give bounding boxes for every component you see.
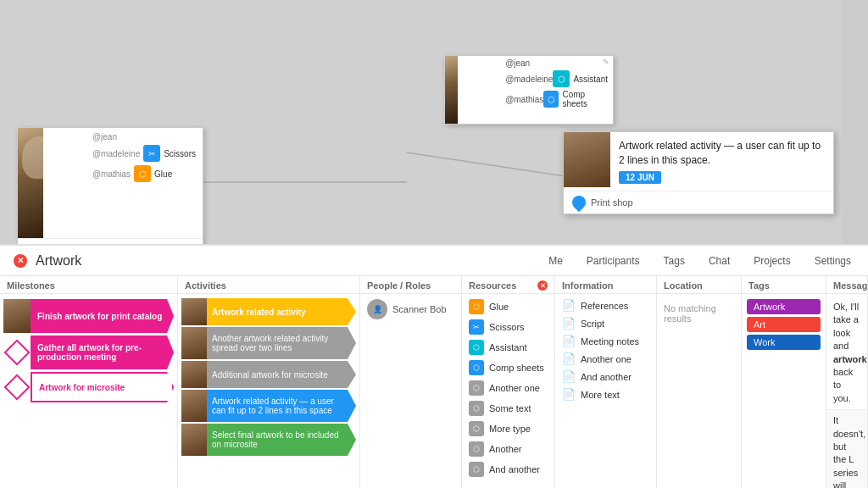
left-node-card[interactable]: @jean @madeleine ✂ Scissors @mathias ⬡ G… bbox=[17, 127, 203, 244]
tags-label: Tags bbox=[748, 280, 770, 291]
info-another-one[interactable]: 📄 Another one bbox=[555, 350, 656, 368]
tooltip-location: Print shop bbox=[591, 197, 633, 208]
expanded-tooltip[interactable]: Artwork related activity — a user can fi… bbox=[563, 131, 834, 214]
act1-body: Artwork related activity bbox=[207, 298, 356, 325]
milestones-content: Finish artwork for print catalog Gather … bbox=[0, 294, 177, 488]
nav-chat[interactable]: Chat bbox=[705, 255, 733, 267]
ms3-diamond bbox=[3, 372, 31, 402]
another-one-label: Another one bbox=[489, 383, 540, 393]
script-label: Script bbox=[581, 319, 604, 329]
nav-tags[interactable]: Tags bbox=[660, 255, 688, 267]
resources-close-button[interactable]: ✕ bbox=[537, 280, 548, 291]
location-column: Location No matching results bbox=[657, 276, 742, 488]
resource-comp-sheets[interactable]: ⬡ Comp sheets bbox=[462, 358, 554, 378]
info-more-text[interactable]: 📄 More text bbox=[555, 385, 656, 403]
act4-thumb bbox=[181, 390, 207, 422]
information-header: Information bbox=[555, 276, 656, 294]
edit-icon[interactable]: ✎ bbox=[603, 58, 609, 66]
ms2-body: Gather all artwork for pre-production me… bbox=[31, 336, 174, 369]
resource-some-text[interactable]: ⬡ Some text bbox=[462, 398, 554, 419]
svg-line-1 bbox=[407, 152, 576, 178]
assistant-label: Assistant bbox=[573, 75, 608, 84]
nav-me[interactable]: Me bbox=[545, 255, 566, 267]
location-label: Location bbox=[664, 280, 703, 291]
info-script[interactable]: 📄 Script bbox=[555, 314, 656, 332]
info-references[interactable]: 📄 References bbox=[555, 297, 656, 314]
comp-badge: ⬡ bbox=[543, 91, 559, 108]
and-another-label: And another bbox=[489, 464, 540, 474]
info-meeting-notes[interactable]: 📄 Meeting notes bbox=[555, 332, 656, 350]
activity-item-1[interactable]: Artwork related activity bbox=[181, 298, 356, 325]
milestone-item-3[interactable]: Artwork for microsite bbox=[3, 372, 174, 402]
tag-artwork[interactable]: Artwork bbox=[747, 299, 821, 314]
scissors-badge: ✂ bbox=[143, 145, 160, 162]
another-label: Another bbox=[489, 444, 522, 454]
nav-settings[interactable]: Settings bbox=[811, 255, 854, 267]
glue-res-label: Glue bbox=[489, 302, 509, 312]
diamond-icon bbox=[3, 339, 30, 365]
milestone-item-2[interactable]: Gather all artwork for pre-production me… bbox=[3, 336, 174, 369]
information-label: Information bbox=[562, 280, 614, 291]
another-one-icon: ⬡ bbox=[469, 380, 484, 396]
tag-art[interactable]: Art bbox=[747, 317, 821, 332]
tag-work[interactable]: Work bbox=[747, 335, 821, 350]
resource-and-another[interactable]: ⬡ And another bbox=[462, 459, 554, 480]
ms3-body: Artwork for microsite bbox=[31, 372, 174, 402]
scissors-icon: ✂ bbox=[469, 319, 484, 335]
milestone-item-1[interactable]: Finish artwork for print catalog bbox=[3, 299, 174, 333]
milestones-label: Milestones bbox=[7, 280, 55, 291]
some-text-icon: ⬡ bbox=[469, 401, 484, 416]
act3-body: Additional artwork for microsite bbox=[207, 361, 356, 388]
ms2-diamond bbox=[3, 336, 31, 369]
tag-work-label: Work bbox=[754, 337, 775, 347]
tooltip-bottom: Print shop bbox=[564, 191, 833, 214]
doc-icon-6: 📄 bbox=[562, 388, 576, 401]
scissors-label: Scissors bbox=[164, 149, 196, 158]
resource-another-one[interactable]: ⬡ Another one bbox=[462, 378, 554, 398]
nav-projects[interactable]: Projects bbox=[750, 255, 793, 267]
resources-column: Resources ✕ ⬡ Glue ✂ Scissors ⬡ Assistan… bbox=[462, 276, 555, 488]
resource-another[interactable]: ⬡ Another bbox=[462, 439, 554, 459]
resource-scissors[interactable]: ✂ Scissors bbox=[462, 317, 554, 337]
people-column: People / Roles 👤 Scanner Bob bbox=[360, 276, 462, 488]
right-card-persons: @jean @madeleine ⬡ Assistant @mathias ⬡ … bbox=[500, 56, 613, 124]
messages-content: Ok, I'll take a look and artwork back to… bbox=[826, 294, 867, 488]
doc-icon-1: 📄 bbox=[562, 299, 576, 312]
panel-nav: Me Participants Tags Chat Projects Setti… bbox=[545, 255, 854, 267]
tooltip-header: Artwork related activity — a user can fi… bbox=[564, 132, 833, 191]
tag-art-label: Art bbox=[754, 319, 765, 330]
activity-item-4[interactable]: Artwork related activity — a user can fi… bbox=[181, 390, 356, 422]
tag-artwork-label: Artwork bbox=[754, 302, 785, 312]
panel-columns: Milestones Finish artwork for print cata… bbox=[0, 276, 868, 488]
milestones-column: Milestones Finish artwork for print cata… bbox=[0, 276, 178, 488]
act3-thumb bbox=[181, 361, 207, 388]
act5-thumb bbox=[181, 424, 207, 456]
tags-content: Artwork Art Work bbox=[742, 294, 826, 488]
panel-header: ✕ Artwork Me Participants Tags Chat Proj… bbox=[0, 246, 868, 276]
tooltip-image bbox=[564, 132, 610, 187]
tags-header: Tags bbox=[742, 276, 826, 294]
resource-assistant[interactable]: ⬡ Assistant bbox=[462, 337, 554, 358]
act4-body: Artwork related activity — a user can fi… bbox=[207, 390, 356, 422]
information-content: 📄 References 📄 Script 📄 Meeting notes 📄 … bbox=[555, 294, 656, 488]
location-pin-icon bbox=[570, 192, 589, 212]
comp-sheets-res-label: Comp sheets bbox=[489, 363, 544, 373]
nav-participants[interactable]: Participants bbox=[583, 255, 643, 267]
resource-glue[interactable]: ⬡ Glue bbox=[462, 297, 554, 317]
act2-thumb bbox=[181, 327, 207, 359]
activity-item-5[interactable]: Select final artwork to be included on m… bbox=[181, 424, 356, 456]
act3-label: Additional artwork for microsite bbox=[212, 370, 328, 380]
activity-item-3[interactable]: Additional artwork for microsite bbox=[181, 361, 356, 388]
act5-label: Select final artwork to be included on m… bbox=[212, 430, 344, 449]
resources-header: Resources ✕ bbox=[462, 276, 554, 294]
activity-item-2[interactable]: Another artwork related activity spread … bbox=[181, 327, 356, 359]
doc-icon-4: 📄 bbox=[562, 352, 576, 365]
people-label: People / Roles bbox=[367, 280, 431, 291]
activities-header: Activities bbox=[178, 276, 359, 294]
close-button[interactable]: ✕ bbox=[14, 254, 27, 268]
resource-more-type[interactable]: ⬡ More type bbox=[462, 419, 554, 439]
card-persons: @jean @madeleine ✂ Scissors @mathias ⬡ G… bbox=[86, 128, 203, 238]
person-scanner-bob[interactable]: 👤 Scanner Bob bbox=[360, 297, 461, 322]
info-and-another[interactable]: 📄 And another bbox=[555, 368, 656, 385]
right-node-card[interactable]: @jean @madeleine ⬡ Assistant @mathias ⬡ … bbox=[444, 55, 614, 125]
